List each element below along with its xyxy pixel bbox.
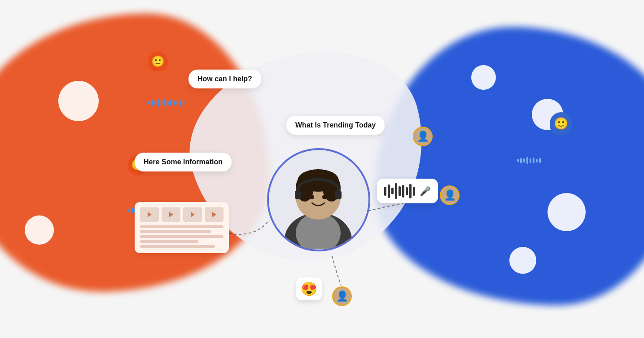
deco-circle-2 xyxy=(25,215,54,245)
info-line-3 xyxy=(140,235,223,238)
person-circle xyxy=(267,148,370,251)
svg-rect-8 xyxy=(295,190,301,199)
bot-icon-1: 🙂 xyxy=(148,52,168,71)
deco-circle-3 xyxy=(471,65,496,90)
info-line-4 xyxy=(140,240,198,243)
svg-point-6 xyxy=(310,195,314,199)
info-bubble: Here Some Information xyxy=(135,153,232,171)
avatar-3: 👤 xyxy=(332,286,352,306)
deco-circle-1 xyxy=(58,81,99,121)
audio-wave-3 xyxy=(517,157,541,164)
audio-wave-1 xyxy=(148,99,184,107)
info-text-lines xyxy=(140,225,223,248)
info-line-5 xyxy=(140,245,215,248)
howcan-bubble: How can I help? xyxy=(188,70,261,88)
avatar-1: 👤 xyxy=(413,127,433,146)
info-line-1 xyxy=(140,225,223,228)
video-thumb-1 xyxy=(140,207,159,222)
avatar-2: 👤 xyxy=(440,185,460,205)
deco-circle-5 xyxy=(548,193,586,231)
video-thumbnails xyxy=(140,207,223,222)
emoji-heart-eyes: 😍 xyxy=(296,277,322,300)
video-thumb-3 xyxy=(183,207,202,222)
video-thumb-2 xyxy=(162,207,180,222)
video-thumb-4 xyxy=(205,207,223,222)
svg-point-7 xyxy=(322,195,327,199)
trending-bubble: What Is Trending Today xyxy=(286,116,385,135)
voice-widget[interactable]: 🎤 xyxy=(377,179,438,203)
deco-circle-6 xyxy=(509,247,536,274)
bot-icon-3: 🙂 xyxy=(550,112,572,135)
svg-rect-9 xyxy=(335,190,342,199)
voice-wave xyxy=(384,183,415,199)
main-scene: 🙂 🙂 🙂 How can I help? xyxy=(0,0,644,338)
info-line-2 xyxy=(140,230,211,233)
info-card xyxy=(135,202,229,253)
mic-icon: 🎤 xyxy=(420,186,431,197)
